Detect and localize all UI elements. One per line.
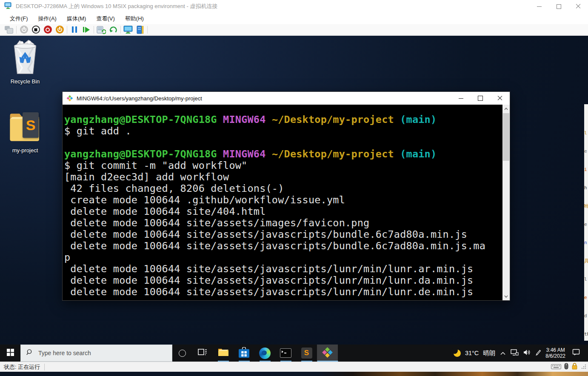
search-input[interactable]	[37, 349, 146, 357]
terminal-line: delete mode 100644 site/404.html	[64, 206, 502, 217]
edge-text-fragment: l	[584, 270, 588, 288]
menu-view[interactable]: 查看(V)	[91, 15, 120, 23]
weather-desc[interactable]: 晴朗	[483, 349, 495, 357]
terminal-line: delete mode 100644 site/assets/javascrip…	[64, 240, 502, 252]
menu-media[interactable]: 媒体(M)	[62, 15, 91, 23]
save-icon	[56, 26, 64, 34]
toolbar-start-button[interactable]	[18, 25, 30, 35]
taskbar-search[interactable]	[20, 345, 172, 362]
window-close-button[interactable]	[568, 0, 588, 13]
windows-logo-icon	[7, 349, 14, 358]
mouse-capture-icon	[564, 363, 568, 371]
terminal-window-controls	[451, 92, 510, 105]
microsoft-edge-icon	[259, 348, 271, 359]
pen-icon[interactable]	[535, 349, 541, 357]
edge-text-fragment: n	[584, 234, 588, 252]
toolbar-separator	[120, 26, 121, 34]
lock-icon	[571, 362, 578, 371]
file-explorer-icon	[218, 348, 229, 359]
toolbar-shut-down-button[interactable]	[42, 25, 54, 35]
scroll-down-icon[interactable]	[502, 293, 510, 299]
edge-text-fragment: i	[584, 160, 588, 179]
toolbar-turn-off-button[interactable]	[30, 25, 42, 35]
volume-icon[interactable]	[523, 349, 531, 357]
toolbar-save-button[interactable]	[54, 25, 66, 35]
edge-text-fragment: e	[584, 288, 588, 307]
scroll-up-icon[interactable]	[502, 105, 510, 112]
terminal-output[interactable]: yangzhang@DESKTOP-7QNG18G MINGW64 ~/Desk…	[63, 105, 502, 300]
git-bash-icon	[66, 95, 73, 102]
git-bash-icon	[322, 347, 333, 360]
window-titlebar: DESKTOP-J7286MA 上的 Windows 10 MSIX packa…	[0, 0, 588, 13]
toolbar-pause-button[interactable]	[69, 25, 80, 35]
terminal-scrollbar[interactable]	[502, 105, 510, 300]
scrollbar-thumb[interactable]	[503, 113, 509, 161]
folder-icon: S	[7, 109, 43, 146]
tray-expand-chevron-icon[interactable]	[500, 349, 506, 357]
terminal-line: yangzhang@DESKTOP-7QNG18G MINGW64 ~/Desk…	[64, 148, 502, 160]
taskbar-clock[interactable]: 3:46 AM 8/6/2022	[545, 347, 565, 359]
menu-action[interactable]: 操作(A)	[33, 15, 62, 23]
toolbar-checkpoint-button[interactable]	[95, 25, 107, 35]
keyboard-capture-icon	[551, 363, 561, 371]
resume-icon	[83, 27, 90, 33]
vmconnect-icon	[4, 2, 12, 11]
terminal-minimize-button[interactable]	[451, 92, 471, 105]
network-icon[interactable]	[511, 349, 519, 357]
window-maximize-button[interactable]	[549, 0, 568, 13]
weather-moon-icon[interactable]	[454, 350, 461, 357]
toolbar-separator	[94, 26, 94, 34]
toolbar-resume-button[interactable]	[80, 25, 92, 35]
toolbar-ctrl-alt-del-button[interactable]	[3, 25, 15, 35]
taskbar-sublime-text-button[interactable]: S	[296, 345, 317, 362]
taskbar-microsoft-edge-button[interactable]	[254, 345, 275, 362]
taskbar-file-explorer-button[interactable]	[213, 345, 234, 362]
vm-status-text: 状态: 正在运行	[0, 363, 44, 371]
background-window-edge[interactable]: leih咐en具ledth	[584, 104, 588, 341]
desktop-icon-label: my-project	[5, 147, 45, 154]
edge-text-fragment: h	[584, 179, 588, 197]
terminal-line: $ git add .	[64, 125, 502, 137]
taskbar-task-view-button[interactable]	[192, 345, 213, 362]
action-center-icon[interactable]	[570, 349, 582, 357]
ctrl-alt-del-icon	[5, 26, 13, 33]
terminal-titlebar[interactable]: MINGW64:/c/Users/yangzhang/Desktop/my-pr…	[63, 92, 510, 105]
weather-temp[interactable]: 31°C	[465, 350, 479, 356]
terminal-maximize-button[interactable]	[471, 92, 490, 105]
menu-file[interactable]: 文件(F)	[5, 15, 33, 23]
terminal-close-button[interactable]	[490, 92, 510, 105]
cortana-button[interactable]	[172, 345, 192, 362]
edge-text-fragment: th	[584, 325, 588, 341]
desktop-icon-my-project[interactable]: S my-project	[5, 109, 45, 154]
terminal-line: $ git commit -m "add workflow"	[64, 160, 502, 171]
toolbar-separator	[16, 26, 17, 34]
toolbar-separator	[147, 26, 148, 34]
sublime-text-icon: S	[301, 348, 312, 359]
desktop-icon-recycle-bin[interactable]: Recycle Bin	[5, 39, 45, 85]
start-icon	[20, 26, 28, 34]
edge-text-fragment: l	[584, 124, 588, 142]
status-separator	[44, 364, 45, 370]
taskbar-command-prompt-button[interactable]	[275, 345, 296, 362]
resize-grip[interactable]	[581, 363, 586, 371]
taskbar-microsoft-store-button[interactable]	[234, 345, 254, 362]
shut-down-icon	[44, 26, 52, 34]
terminal-line	[64, 137, 502, 148]
desktop-icon-label: Recycle Bin	[5, 78, 45, 85]
edge-text-fragment: d	[584, 307, 588, 325]
edge-text-fragment: e	[584, 142, 588, 160]
toolbar-enhanced-session-button[interactable]	[122, 25, 134, 35]
taskbar-git-bash-button[interactable]	[317, 345, 338, 362]
window-minimize-button[interactable]	[529, 0, 549, 13]
terminal-line: [main d2eec3d] add workflow	[64, 171, 502, 183]
microsoft-store-icon	[239, 347, 249, 359]
terminal-line: delete mode 100644 site/assets/javascrip…	[64, 229, 502, 240]
revert-icon	[109, 26, 117, 34]
toolbar-vm-settings-button[interactable]	[134, 25, 146, 35]
terminal-line: 42 files changed, 8206 deletions(-)	[64, 183, 502, 194]
menu-help[interactable]: 帮助(H)	[120, 15, 149, 23]
start-button[interactable]	[0, 345, 20, 362]
maximize-icon	[557, 4, 561, 9]
toolbar-revert-button[interactable]	[107, 25, 119, 35]
vm-desktop[interactable]: Recycle Bin S my-project MINGW	[0, 36, 588, 362]
